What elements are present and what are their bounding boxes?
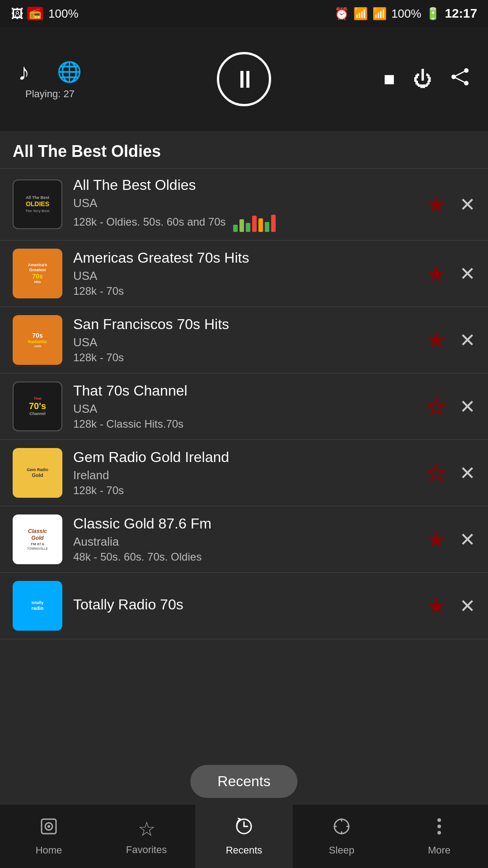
- svg-point-7: [47, 825, 50, 828]
- nav-sleep[interactable]: Sleep: [293, 805, 390, 868]
- globe-icon[interactable]: 🌐: [57, 60, 82, 84]
- star-button[interactable]: ★: [427, 527, 446, 552]
- stop-button[interactable]: ■: [384, 68, 395, 90]
- station-actions: ★ ✕: [427, 527, 475, 552]
- station-country: USA: [73, 335, 418, 349]
- svg-line-3: [454, 71, 466, 77]
- battery-icon: 🔋: [426, 7, 440, 21]
- star-button[interactable]: ★: [427, 327, 446, 353]
- photo-icon: 🖼: [11, 6, 23, 21]
- station-logo: America's Greatest 70s Hits: [13, 249, 62, 298]
- station-item[interactable]: Classic Gold FM 87.6 TOWNSVILLE Classic …: [0, 506, 488, 573]
- station-details: 128k - 70s: [73, 351, 418, 364]
- station-logo: totally radio: [13, 581, 62, 631]
- station-info: All The Best Oldies USA 128k - Oldies. 5…: [73, 177, 418, 232]
- remove-button[interactable]: ✕: [460, 263, 475, 285]
- station-details: 128k - 70s: [73, 484, 418, 497]
- station-info: Gem Radio Gold Ireland Ireland 128k - 70…: [73, 449, 418, 497]
- player-left-icons-row: ♪ 🌐: [18, 58, 82, 85]
- station-item[interactable]: All The Best OLDIES The Very Best All Th…: [0, 169, 488, 241]
- nav-recents-label: Recents: [226, 844, 263, 856]
- station-logo: All The Best OLDIES The Very Best: [13, 179, 62, 229]
- station-item[interactable]: That 70's Channel That 70s Channel USA 1…: [0, 373, 488, 440]
- station-info: Classic Gold 87.6 Fm Australia 48k - 50s…: [73, 515, 418, 563]
- star-button[interactable]: ★: [427, 261, 446, 286]
- station-list: All The Best OLDIES The Very Best All Th…: [0, 169, 488, 639]
- station-item[interactable]: Gem Radio Gold Gem Radio Gold Ireland Ir…: [0, 440, 488, 506]
- station-country: USA: [73, 196, 418, 210]
- pause-button[interactable]: ⏸: [217, 52, 271, 106]
- star-button[interactable]: ★: [427, 593, 446, 618]
- station-logo: That 70's Channel: [13, 382, 62, 431]
- power-button[interactable]: ⏻: [413, 68, 432, 90]
- status-count: 100%: [48, 7, 79, 21]
- station-actions: ★ ✕: [427, 327, 475, 353]
- bottom-nav: Home ☆ Favorites Recents Sleep: [0, 805, 488, 868]
- nav-recents[interactable]: Recents: [195, 805, 293, 868]
- battery-percent: 100%: [391, 7, 422, 21]
- station-item[interactable]: America's Greatest 70s Hits Americas Gre…: [0, 241, 488, 307]
- svg-point-15: [437, 825, 441, 828]
- remove-button[interactable]: ✕: [460, 528, 475, 551]
- nav-app-icon: 📻: [27, 7, 43, 20]
- remove-button[interactable]: ✕: [460, 329, 475, 351]
- alarm-icon: ⏰: [334, 7, 349, 21]
- station-item[interactable]: 70s RadioHits .com San Franciscos 70s Hi…: [0, 307, 488, 373]
- remove-button[interactable]: ✕: [460, 396, 475, 418]
- player-right-icons: ■ ⏻: [384, 67, 470, 91]
- remove-button[interactable]: ✕: [460, 462, 475, 484]
- station-info: Totally Radio 70s: [73, 596, 418, 616]
- remove-button[interactable]: ✕: [460, 193, 475, 216]
- station-item[interactable]: totally radio Totally Radio 70s ★ ✕: [0, 573, 488, 639]
- section-title: All The Best Oldies: [0, 131, 488, 169]
- favorites-icon: ☆: [138, 817, 155, 840]
- nav-more-label: More: [428, 844, 450, 856]
- nav-more[interactable]: More: [390, 805, 488, 868]
- station-actions: ★ ✕: [427, 460, 475, 486]
- signal-icon: 📶: [372, 7, 387, 21]
- station-name: Americas Greatest 70s Hits: [73, 250, 418, 266]
- station-country: USA: [73, 402, 418, 416]
- station-actions: ★ ✕: [427, 192, 475, 217]
- station-name: Totally Radio 70s: [73, 596, 418, 613]
- station-details: 128k - Oldies. 50s. 60s and 70s: [73, 216, 226, 228]
- station-details: 48k - 50s. 60s. 70s. Oldies: [73, 551, 418, 563]
- music-note-icon[interactable]: ♪: [18, 58, 30, 85]
- station-name: All The Best Oldies: [73, 177, 418, 193]
- star-button[interactable]: ★: [427, 394, 446, 419]
- nav-home-label: Home: [36, 844, 62, 856]
- station-actions: ★ ✕: [427, 593, 475, 618]
- app-icons: 🖼 📻: [11, 6, 43, 21]
- more-icon: [429, 816, 449, 841]
- station-logo: 70s RadioHits .com: [13, 315, 62, 365]
- nav-favorites[interactable]: ☆ Favorites: [98, 805, 195, 868]
- station-actions: ★ ✕: [427, 261, 475, 286]
- station-logo: Gem Radio Gold: [13, 448, 62, 498]
- star-button[interactable]: ★: [427, 192, 446, 217]
- station-details: 128k - 70s: [73, 285, 418, 297]
- svg-point-14: [437, 818, 441, 822]
- player-left: ♪ 🌐 Playing: 27: [18, 58, 82, 100]
- station-info: Americas Greatest 70s Hits USA 128k - 70…: [73, 250, 418, 297]
- status-right: ⏰ 📶 📶 100% 🔋 12:17: [334, 6, 477, 21]
- svg-point-16: [437, 831, 441, 835]
- remove-button[interactable]: ✕: [460, 595, 475, 617]
- status-left: 🖼 📻 100%: [11, 6, 79, 21]
- station-logo: Classic Gold FM 87.6 TOWNSVILLE: [13, 514, 62, 564]
- svg-line-4: [454, 77, 466, 83]
- station-name: San Franciscos 70s Hits: [73, 316, 418, 333]
- home-icon: [39, 816, 59, 841]
- station-country: Australia: [73, 535, 418, 549]
- clock-time: 12:17: [445, 6, 477, 21]
- star-button[interactable]: ★: [427, 460, 446, 486]
- station-info: San Franciscos 70s Hits USA 128k - 70s: [73, 316, 418, 364]
- player-header: ♪ 🌐 Playing: 27 ⏸ ■ ⏻: [0, 27, 488, 131]
- share-button[interactable]: [450, 67, 470, 91]
- sleep-icon: [332, 816, 352, 841]
- pause-icon: ⏸: [233, 65, 255, 93]
- nav-home[interactable]: Home: [0, 805, 98, 868]
- station-details: 128k - Classic Hits.70s: [73, 418, 418, 430]
- station-actions: ★ ✕: [427, 394, 475, 419]
- player-center: ⏸: [217, 52, 271, 106]
- nav-favorites-label: Favorites: [126, 844, 167, 856]
